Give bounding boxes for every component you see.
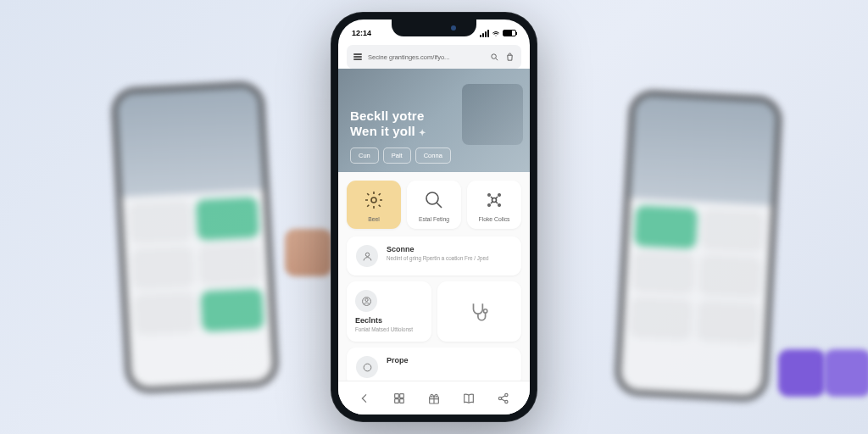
svg-rect-15	[394, 398, 398, 403]
card-title: Prope	[387, 356, 409, 364]
battery-icon	[503, 30, 516, 36]
search-icon[interactable]	[490, 53, 499, 62]
bg-tile-photo	[285, 229, 332, 276]
tile-beel[interactable]: Beel	[347, 181, 401, 229]
bg-phone-left	[111, 81, 280, 394]
book-icon[interactable]	[462, 392, 476, 405]
signal-icon	[480, 30, 489, 37]
magnifier-icon	[424, 190, 444, 210]
card-sconne[interactable]: Sconne Nedint of gring Rpertin a coation…	[347, 236, 521, 275]
content: Beel Estal Feting Floke Colics Sconne Ne…	[338, 172, 530, 381]
card-title: Sconne	[387, 245, 488, 253]
url-text: Secine grantinges.com/ifyo...	[368, 53, 484, 61]
bag-icon[interactable]	[505, 53, 515, 62]
svg-point-2	[426, 192, 438, 204]
svg-rect-14	[399, 393, 403, 398]
hero-title: Beckll yotre Wen it yoll ✦	[350, 108, 518, 141]
chip-cun[interactable]: Cun	[350, 147, 379, 164]
wifi-icon	[492, 29, 500, 37]
bottom-nav	[338, 381, 530, 415]
svg-point-8	[365, 253, 369, 256]
tile-grid: Beel Estal Feting Floke Colics	[347, 181, 521, 229]
bg-phone-right	[615, 90, 783, 403]
stethoscope-icon	[468, 301, 490, 323]
card-eeclnts[interactable]: Eeclnts Fonlat Matsed Uttiolonst	[347, 281, 431, 342]
chip-conna[interactable]: Conna	[415, 147, 451, 164]
chip-palt[interactable]: Palt	[383, 147, 411, 164]
bg-tile-app-1	[778, 349, 826, 397]
url-bar[interactable]: Secine grantinges.com/ifyo...	[347, 45, 521, 69]
card-subtitle: Fonlat Matsed Uttiolonst	[355, 326, 423, 333]
svg-rect-16	[399, 398, 403, 403]
svg-point-4	[488, 194, 490, 196]
svg-rect-13	[394, 393, 398, 398]
phone-frame: 12:14 Secine grantinges.com/ifyo... Beck…	[331, 12, 537, 422]
svg-point-5	[498, 194, 500, 196]
svg-point-0	[492, 53, 497, 58]
svg-point-3	[492, 198, 497, 203]
svg-point-6	[488, 204, 490, 206]
share-icon[interactable]	[497, 392, 510, 405]
svg-point-11	[484, 309, 487, 312]
card-title: Eeclnts	[355, 316, 423, 325]
gear-icon	[364, 190, 384, 210]
tile-estal[interactable]: Estal Feting	[407, 181, 461, 229]
status-time: 12:14	[352, 29, 371, 37]
svg-point-12	[364, 364, 371, 371]
back-icon[interactable]	[358, 392, 371, 405]
phone-screen: 12:14 Secine grantinges.com/ifyo... Beck…	[338, 19, 530, 415]
sparkle-icon	[484, 190, 504, 210]
notch	[392, 19, 476, 36]
grid-icon[interactable]	[392, 392, 406, 405]
person-icon	[356, 245, 378, 267]
card-row: Eeclnts Fonlat Matsed Uttiolonst	[347, 281, 521, 342]
generic-icon	[356, 356, 378, 378]
svg-point-7	[498, 204, 500, 206]
hamburger-icon[interactable]	[353, 53, 362, 60]
hero: Beckll yotre Wen it yoll ✦ Cun Palt Conn…	[338, 69, 530, 172]
svg-point-1	[371, 198, 376, 203]
bg-tile-app-2	[824, 349, 868, 397]
card-subtitle: Nedint of gring Rpertin a coation Fre / …	[387, 255, 488, 262]
svg-point-10	[364, 298, 367, 301]
chip-row: Cun Palt Conna	[350, 147, 518, 164]
card-steth[interactable]	[437, 281, 522, 342]
star-icon: ✦	[419, 128, 426, 137]
gift-icon[interactable]	[427, 392, 441, 405]
tile-floke[interactable]: Floke Colics	[467, 181, 521, 229]
person-ring-icon	[355, 290, 377, 312]
card-prope[interactable]: Prope	[347, 348, 521, 381]
